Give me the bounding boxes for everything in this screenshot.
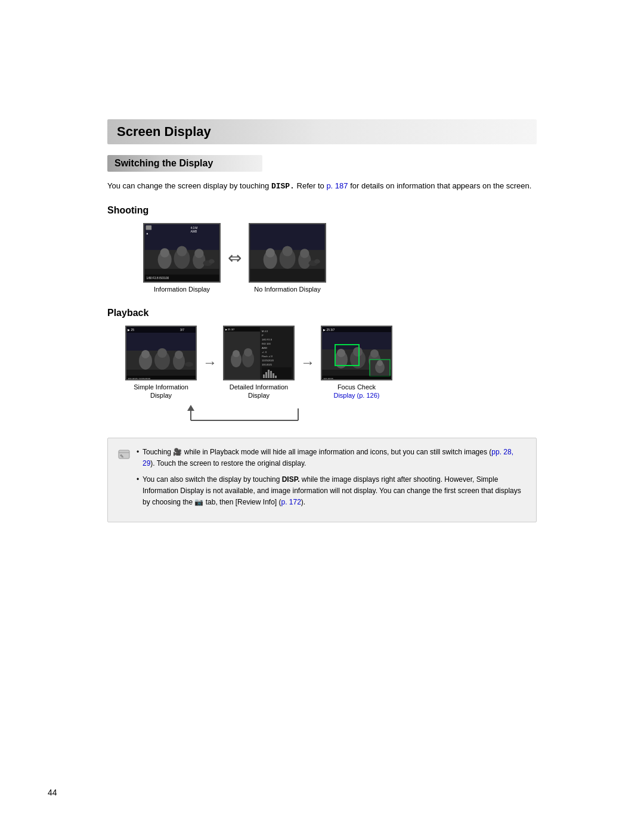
- svg-point-35: [175, 351, 183, 359]
- svg-text:▶ 25  3/7: ▶ 25 3/7: [225, 328, 235, 331]
- subsection-title: Switching the Display: [114, 158, 255, 169]
- svg-text:12/25/2020: 12/25/2020: [262, 359, 274, 362]
- svg-text:100-0025  12/25/2020: 100-0025 12/25/2020: [128, 377, 151, 380]
- svg-text:AWB: AWB: [190, 230, 197, 233]
- shooting-images-row: ▲ 4:3 M AWB 1/60 F2.8 ISO100 Information…: [107, 223, 537, 293]
- svg-text:100-0025: 100-0025: [262, 363, 273, 366]
- svg-text:100-0025: 100-0025: [323, 377, 334, 380]
- playback-screen2-svg: ▶ 25 3/7 M 4:3 P 1/60 F2.8 ISO 100 AWB +…: [224, 327, 295, 380]
- playback-section: Playback: [107, 308, 537, 426]
- svg-text:▶ 25  3/7: ▶ 25 3/7: [323, 328, 335, 332]
- svg-point-31: [141, 350, 150, 358]
- svg-point-75: [370, 349, 379, 358]
- svg-point-26: [314, 259, 320, 264]
- note-icon: ✎: [117, 448, 131, 464]
- svg-rect-65: [270, 371, 272, 378]
- shooting-screen2-label: No Information Display: [254, 285, 320, 293]
- svg-point-5: [177, 246, 187, 256]
- svg-point-9: [209, 259, 215, 264]
- shooting-screen2-svg: [250, 224, 325, 281]
- svg-text:1/60  F2.8  ISO100: 1/60 F2.8 ISO100: [146, 277, 169, 280]
- loop-arrow-svg: [158, 402, 331, 424]
- note-content: Touching 🎥 while in Playback mode will h…: [137, 447, 527, 513]
- focus-check-label: Focus Check: [338, 383, 376, 391]
- svg-point-48: [244, 348, 252, 357]
- svg-point-36: [185, 362, 193, 367]
- note-link-1[interactable]: pp. 28, 29: [143, 448, 513, 467]
- svg-point-82: [377, 360, 383, 366]
- svg-point-73: [353, 347, 363, 357]
- playback-screen3-svg: ▶ 25 3/7 100-0025: [322, 327, 392, 380]
- svg-text:+/- 0: +/- 0: [262, 351, 267, 354]
- svg-text:P: P: [262, 334, 264, 337]
- shooting-screen2: [249, 223, 326, 283]
- svg-marker-86: [187, 405, 194, 411]
- playback-screen1-label: Simple InformationDisplay: [134, 383, 188, 400]
- svg-rect-44: [224, 327, 260, 380]
- loop-arrow: [158, 402, 331, 426]
- arrow-right-1-icon: →: [203, 354, 217, 371]
- double-arrow-icon: ⇔: [228, 248, 242, 268]
- pencil-icon: ✎: [117, 448, 131, 461]
- playback-screen2: ▶ 25 3/7 M 4:3 P 1/60 F2.8 ISO 100 AWB +…: [223, 326, 295, 380]
- playback-screen2-wrap: ▶ 25 3/7 M 4:3 P 1/60 F2.8 ISO 100 AWB +…: [223, 326, 295, 400]
- page-container: Screen Display Switching the Display You…: [0, 0, 644, 833]
- note-item-2: You can also switch the display by touch…: [137, 474, 527, 509]
- svg-rect-62: [263, 374, 265, 378]
- disp-ref: DISP.: [282, 475, 300, 484]
- svg-point-71: [337, 349, 345, 357]
- note-box: ✎ Touching 🎥 while in Playback mode will…: [107, 438, 537, 522]
- intro-link[interactable]: p. 187: [326, 181, 348, 190]
- subsection-heading: Switching the Display: [107, 155, 262, 172]
- playback-screen1-wrap: ▶ 25 3/7 100-0025 12/25/2020 Simple Info…: [125, 326, 197, 400]
- playback-screen1: ▶ 25 3/7 100-0025 12/25/2020: [125, 326, 197, 380]
- svg-text:ISO 100: ISO 100: [262, 342, 271, 345]
- svg-point-24: [300, 249, 309, 258]
- svg-rect-38: [126, 327, 197, 333]
- icon-ref-1: 🎥: [173, 448, 182, 456]
- svg-rect-64: [268, 370, 270, 378]
- playback-screen3: ▶ 25 3/7 100-0025: [321, 326, 392, 380]
- svg-rect-63: [265, 372, 267, 378]
- loop-arrow-container: [107, 402, 537, 426]
- playback-heading: Playback: [107, 308, 537, 318]
- svg-text:AWB: AWB: [262, 346, 267, 349]
- svg-text:Flash +/-0: Flash +/-0: [262, 355, 273, 358]
- svg-rect-27: [250, 269, 325, 281]
- tab-icon-ref: 📷: [194, 498, 203, 506]
- shooting-section: Shooting: [107, 205, 537, 293]
- note-item-1: Touching 🎥 while in Playback mode will h…: [137, 447, 527, 469]
- svg-text:1/60  F2.8: 1/60 F2.8: [262, 338, 273, 341]
- playback-screen1-svg: ▶ 25 3/7 100-0025 12/25/2020: [126, 327, 197, 380]
- intro-paragraph: You can change the screen display by tou…: [107, 180, 537, 193]
- svg-point-46: [233, 350, 240, 357]
- svg-text:M 4:3: M 4:3: [262, 330, 268, 333]
- page-number: 44: [48, 788, 57, 797]
- playback-screen3-wrap: ▶ 25 3/7 100-0025: [321, 326, 392, 400]
- section-heading: Screen Display: [107, 119, 537, 144]
- svg-point-7: [194, 249, 203, 258]
- disp-label: DISP.: [271, 182, 295, 191]
- svg-text:4:3 M: 4:3 M: [190, 226, 197, 229]
- shooting-heading: Shooting: [107, 205, 537, 216]
- section-title: Screen Display: [117, 124, 527, 140]
- playback-screen2-label: Detailed InformationDisplay: [230, 383, 288, 400]
- arrow-right-2-icon: →: [301, 354, 315, 371]
- focus-check-link[interactable]: Display (p. 126): [333, 392, 379, 399]
- svg-point-22: [282, 246, 292, 256]
- shooting-screen1: ▲ 4:3 M AWB 1/60 F2.8 ISO100: [143, 223, 221, 283]
- note-link-2[interactable]: p. 172: [281, 498, 301, 506]
- playback-images-row: ▶ 25 3/7 100-0025 12/25/2020 Simple Info…: [107, 326, 537, 400]
- playback-screen3-label: Focus Check Display (p. 126): [333, 383, 379, 400]
- svg-point-20: [266, 248, 275, 257]
- svg-text:3/7: 3/7: [180, 328, 184, 332]
- shooting-screen1-wrap: ▲ 4:3 M AWB 1/60 F2.8 ISO100 Information…: [143, 223, 221, 293]
- note-list: Touching 🎥 while in Playback mode will h…: [137, 447, 527, 509]
- shooting-screen1-svg: ▲ 4:3 M AWB 1/60 F2.8 ISO100: [144, 224, 219, 281]
- svg-text:▶ 25: ▶ 25: [128, 328, 134, 332]
- svg-rect-66: [273, 373, 274, 378]
- svg-point-33: [157, 348, 167, 358]
- shooting-screen2-wrap: No Information Display: [249, 223, 326, 293]
- svg-rect-11: [146, 225, 152, 230]
- svg-text:✎: ✎: [120, 454, 124, 459]
